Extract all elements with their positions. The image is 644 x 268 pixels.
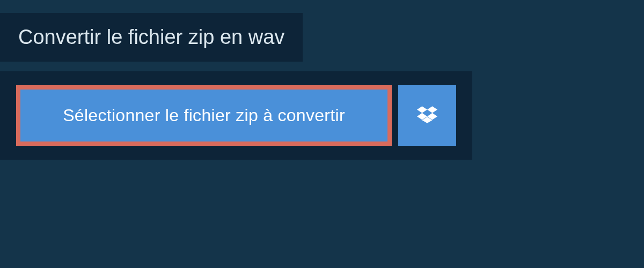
select-file-label: Sélectionner le fichier zip à convertir: [63, 106, 345, 125]
select-file-button[interactable]: Sélectionner le fichier zip à convertir: [16, 85, 392, 146]
dropbox-icon: [417, 105, 437, 127]
dropbox-button[interactable]: [398, 85, 456, 146]
file-select-panel: Sélectionner le fichier zip à convertir: [0, 71, 472, 160]
page-title: Convertir le fichier zip en wav: [0, 13, 303, 62]
